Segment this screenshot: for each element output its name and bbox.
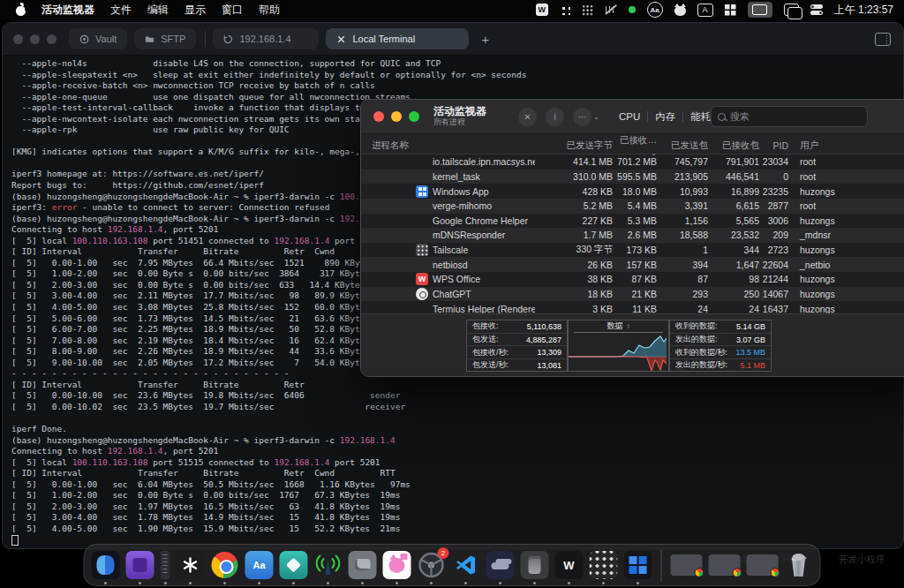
minimize-window-button[interactable] [391,111,402,122]
tab-sftp[interactable]: SFTP [134,28,196,49]
antenna-icon [314,551,343,579]
column-process-name[interactable]: 进程名称 [361,139,535,152]
menu-view[interactable]: 显示 [177,3,214,18]
tab-cpu[interactable]: CPU [612,108,647,125]
menu-clock[interactable]: 上午 1:23:57 [834,3,893,18]
graph-mode-select[interactable]: 数据 ↕ [574,320,663,333]
terminal-tab-bar: Vault SFTP 192.168.1.4 Local Terminal + [3,23,903,56]
tab-local-terminal[interactable]: Local Terminal [326,28,469,49]
window-subtitle: 所有进程 [433,118,486,127]
stat-row: 收到的数据/秒:13.5 MB [670,346,771,359]
pink-cat-app-icon[interactable] [383,551,411,579]
minimized-chrome-window[interactable] [671,554,703,576]
quit-process-button[interactable]: ✕ [518,108,537,126]
dots-grid-icon[interactable] [582,2,593,18]
windows-app-icon[interactable] [624,551,652,579]
tab-label: Vault [95,34,117,44]
close-window-button[interactable] [13,34,23,44]
desktop-label-folder[interactable]: 开发小程序 [839,554,885,566]
control-center-icon[interactable] [810,2,823,18]
close-icon[interactable] [336,34,346,44]
column-pid[interactable]: PID [761,140,790,151]
table-row[interactable]: Windows App428 KB18.0 MB10,99316,8992323… [361,184,904,199]
menu-edit[interactable]: 编辑 [139,3,177,18]
four-squares-icon[interactable] [725,2,736,18]
process-name: ChatGPT [433,289,471,299]
purple-box-app-icon[interactable] [126,551,154,579]
data-stats-box: 收到的数据:5.14 GB发出的数据:3.07 GB收到的数据/秒:13.5 M… [669,320,772,372]
tab-memory[interactable]: 内存 [648,107,682,127]
four-dots-icon[interactable] [560,2,570,18]
chrome-icon[interactable] [211,551,239,579]
menu-file[interactable]: 文件 [102,3,139,18]
table-row[interactable]: netbiosd26 KB157 KB3941,64722604_netbio [361,257,904,272]
recording-dot-icon[interactable] [629,2,636,18]
stat-row: 包发送:4,885,287 [467,334,567,347]
apple-menu-icon[interactable] [16,4,26,16]
more-options-button[interactable]: ⋯⌄ [573,108,599,126]
search-placeholder: 搜索 [730,110,750,124]
table-row[interactable]: WPS Office38 KB87 KB879821244huzongs [361,272,904,287]
window-controls[interactable] [13,34,56,44]
chevron-down-icon: ⌄ [593,113,599,121]
table-row[interactable]: Tailscale330 字节173 KB13442723huzongs [361,243,904,258]
process-name: WPS Office [433,274,480,284]
tab-remote-host[interactable]: 192.168.1.4 [213,28,319,49]
strip-app-icon[interactable] [161,551,170,579]
launchpad-icon[interactable] [590,551,618,579]
column-bytes-received[interactable]: 已接收… ⌄ [614,134,659,157]
minimize-window-button[interactable] [30,34,40,44]
table-row[interactable]: kernel_task310.0 MB595.5 MB213,905446,54… [361,170,904,185]
stat-row: 包接收/秒:13,309 [467,346,567,359]
audio-muted-icon[interactable] [605,2,617,18]
table-row[interactable]: verge-mihomo5.2 MB5.4 MB3,3916,6152877ro… [361,199,904,214]
column-bytes-sent[interactable]: 已发送字节 [535,139,614,152]
wps-icon [416,273,428,285]
aa-dictionary-icon[interactable]: Aa [647,2,663,18]
process-name: netbiosd [433,260,468,270]
zoom-window-button[interactable] [47,34,56,44]
window-controls[interactable] [373,111,419,122]
window-title-group: 活动监视器 所有进程 [433,106,486,126]
homepod-icon[interactable] [521,551,549,579]
minimized-chrome-window[interactable] [709,554,741,576]
column-packets-received[interactable]: 已接收包 [710,139,761,152]
table-row[interactable]: ChatGPT18 KB21 KB29325014067huzongs [361,287,904,302]
new-tab-button[interactable]: + [481,32,489,47]
tab-vault[interactable]: Vault [69,28,127,49]
close-window-button[interactable] [373,111,384,122]
cloud-app-icon[interactable] [486,551,515,579]
trash-icon[interactable] [785,551,813,579]
search-icon [718,113,726,121]
display-icon[interactable] [748,2,772,18]
finder-icon[interactable] [92,551,120,579]
steering-wheel-app-icon[interactable]: 2 [418,551,446,579]
teal-card-app-icon[interactable] [280,551,308,579]
minimized-chrome-window[interactable] [747,554,779,576]
inspect-process-button[interactable]: i [546,108,564,126]
wps-icon[interactable]: W [536,2,548,18]
menu-app-name[interactable]: 活动监视器 [34,3,102,18]
easydict-icon[interactable]: Aa [245,551,274,579]
vscode-icon[interactable] [452,551,480,579]
menu-window[interactable]: 窗口 [214,3,251,18]
notification-badge: 2 [438,547,449,559]
search-input[interactable]: 搜索 [711,106,868,127]
toggle-sidebar-icon[interactable] [875,33,891,46]
wps-office-icon[interactable]: W [555,551,584,579]
table-row[interactable]: Google Chrome Helper227 KB5.3 MB1,1565,5… [361,214,904,229]
column-packets-sent[interactable]: 已发送包 [659,139,710,152]
input-source-a-icon[interactable]: A [697,2,713,18]
stage-manager-icon[interactable] [784,2,799,18]
robot-app-icon[interactable] [349,551,377,579]
zoom-window-button[interactable] [409,111,419,122]
chatgpt-icon[interactable] [177,551,205,579]
table-row[interactable]: mDNSResponder1.7 MB2.6 MB18,58823,532209… [361,228,904,243]
cat-icon[interactable] [674,2,686,18]
column-user[interactable]: 用户 [790,139,904,152]
menu-help[interactable]: 帮助 [251,3,288,18]
table-row[interactable]: io.tailscale.ipn.macsys.network-extensio… [361,155,904,170]
stepper-icon: ↕ [627,322,630,330]
wifi-signal-icon[interactable] [314,551,343,579]
table-header: 进程名称 已发送字节 已接收… ⌄ 已发送包 已接收包 PID 用户 [361,134,904,155]
